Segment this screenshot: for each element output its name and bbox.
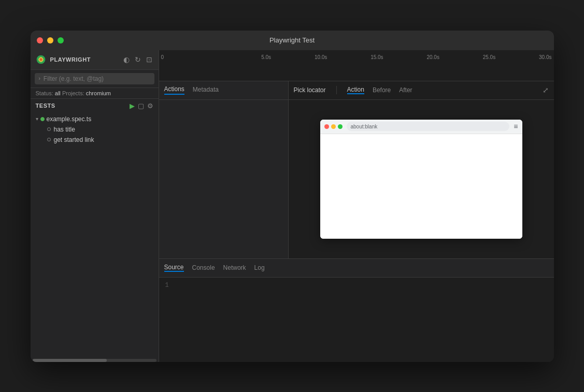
- playwright-logo: [36, 54, 46, 65]
- timeline-label-1: 5.0s: [217, 54, 273, 60]
- test-status-dot: [47, 127, 51, 131]
- browser-close-dot: [324, 124, 329, 129]
- sidebar-header-icons: ◐ ↻ ⊡: [122, 54, 153, 65]
- svg-point-1: [39, 59, 42, 61]
- expand-icon[interactable]: ⤢: [543, 86, 549, 94]
- timeline: 0 5.0s 10.0s 15.0s 20.0s 25.0s 30.0s: [159, 50, 554, 81]
- test-status-dot: [47, 138, 51, 141]
- filter-chevron-icon: ›: [39, 76, 40, 81]
- timeline-label-2: 10.0s: [273, 54, 329, 60]
- timeline-label-3: 15.0s: [329, 54, 385, 60]
- spec-chevron-icon: ▾: [36, 116, 38, 122]
- tab-after[interactable]: After: [399, 86, 412, 94]
- filter-input[interactable]: [44, 75, 150, 82]
- status-bar: Status: all Projects: chromium: [31, 88, 159, 99]
- tab-network[interactable]: Network: [223, 264, 246, 271]
- tab-log[interactable]: Log: [254, 264, 265, 271]
- right-panel: 0 5.0s 10.0s 15.0s 20.0s 25.0s 30.0s Act…: [159, 50, 554, 362]
- filter-bar: ›: [31, 70, 159, 88]
- app-window: Playwright Test PLAYWRIGHT ◐ ↻ ⊡: [31, 31, 554, 362]
- refresh-icon[interactable]: ↻: [134, 54, 142, 65]
- main-content: PLAYWRIGHT ◐ ↻ ⊡ › Status: all Projects:: [31, 50, 554, 362]
- browser-body: [320, 134, 522, 239]
- action-tabs: Actions Metadata: [159, 81, 288, 100]
- source-content: 1: [159, 278, 554, 362]
- status-value: all: [55, 90, 61, 96]
- tab-before[interactable]: Before: [373, 86, 391, 94]
- action-area: Actions Metadata Pick locator Action Bef…: [159, 81, 554, 258]
- tab-actions[interactable]: Actions: [164, 85, 184, 95]
- bottom-panel: Source Console Network Log 1: [159, 258, 554, 362]
- tab-pick-locator[interactable]: Pick locator: [294, 86, 326, 94]
- tests-section-label: TESTS: [36, 103, 126, 109]
- projects-label: Projects:: [62, 90, 84, 96]
- contrast-icon[interactable]: ◐: [122, 54, 131, 65]
- spec-status-dot: [40, 117, 45, 121]
- test-tree: ▾ example.spec.ts has title get started …: [31, 113, 159, 359]
- tab-action[interactable]: Action: [347, 86, 364, 94]
- browser-menu-icon: ≡: [514, 122, 518, 130]
- preview-tabs: Pick locator Action Before After ⤢: [289, 81, 554, 100]
- action-panel: Actions Metadata: [159, 81, 289, 258]
- sidebar-scrollbar[interactable]: [33, 359, 156, 362]
- spec-file-item[interactable]: ▾ example.spec.ts: [31, 114, 159, 124]
- stop-icon[interactable]: ▢: [138, 102, 144, 110]
- tab-source[interactable]: Source: [164, 264, 184, 272]
- tab-console[interactable]: Console: [192, 264, 215, 271]
- projects-value: chromium: [86, 90, 111, 96]
- filter-input-wrapper: ›: [35, 73, 154, 84]
- timeline-labels: 0 5.0s 10.0s 15.0s 20.0s 25.0s 30.0s: [159, 50, 554, 60]
- run-all-icon[interactable]: ▶: [130, 102, 135, 110]
- browser-url-text: about:blank: [351, 124, 378, 129]
- timeline-label-5: 25.0s: [441, 54, 497, 60]
- tests-header: TESTS ▶ ▢ ⚙: [31, 99, 159, 113]
- test-item[interactable]: has title: [31, 124, 159, 135]
- title-bar: Playwright Test: [31, 31, 554, 50]
- tab-metadata[interactable]: Metadata: [193, 86, 219, 94]
- preview-panel: Pick locator Action Before After ⤢: [289, 81, 554, 258]
- browser-url-bar: about:blank: [347, 122, 510, 131]
- timeline-label-4: 20.0s: [386, 54, 441, 60]
- bottom-tabs: Source Console Network Log: [159, 259, 554, 278]
- status-label: Status:: [36, 90, 53, 96]
- test-item-label: has title: [54, 126, 75, 133]
- settings-icon[interactable]: ⚙: [147, 102, 153, 110]
- playwright-brand-label: PLAYWRIGHT: [50, 56, 118, 63]
- expand-icon[interactable]: ⊡: [145, 54, 153, 65]
- spec-file-name: example.spec.ts: [47, 115, 92, 123]
- tests-icons: ▶ ▢ ⚙: [130, 102, 153, 110]
- test-item[interactable]: get started link: [31, 135, 159, 145]
- preview-content: about:blank ≡: [289, 100, 554, 258]
- minimize-button[interactable]: [47, 37, 53, 43]
- timeline-label-6: 30.0s: [497, 54, 553, 60]
- traffic-lights: [37, 37, 64, 43]
- sidebar-scroll-thumb: [33, 359, 107, 362]
- browser-chrome: about:blank ≡: [320, 120, 522, 134]
- browser-min-dot: [331, 124, 336, 129]
- close-button[interactable]: [37, 37, 43, 43]
- tab-separator: [336, 86, 337, 94]
- browser-max-dot: [338, 124, 343, 129]
- window-title: Playwright Test: [269, 36, 315, 44]
- sidebar: PLAYWRIGHT ◐ ↻ ⊡ › Status: all Projects:: [31, 50, 159, 362]
- sidebar-header: PLAYWRIGHT ◐ ↻ ⊡: [31, 50, 159, 70]
- maximize-button[interactable]: [58, 37, 64, 43]
- line-number: 1: [165, 282, 169, 289]
- timeline-label-0: 0: [159, 54, 217, 60]
- browser-traffic-lights: [324, 124, 343, 129]
- test-item-label: get started link: [54, 136, 94, 143]
- browser-preview: about:blank ≡: [320, 120, 522, 239]
